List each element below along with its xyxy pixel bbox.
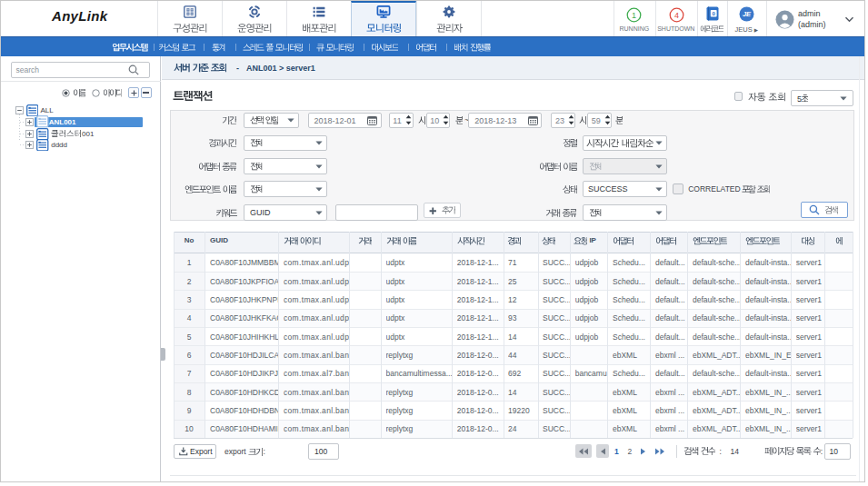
svg-text:1: 1 — [632, 10, 636, 19]
svg-text:4: 4 — [673, 10, 678, 19]
svg-text:JE: JE — [743, 10, 752, 18]
